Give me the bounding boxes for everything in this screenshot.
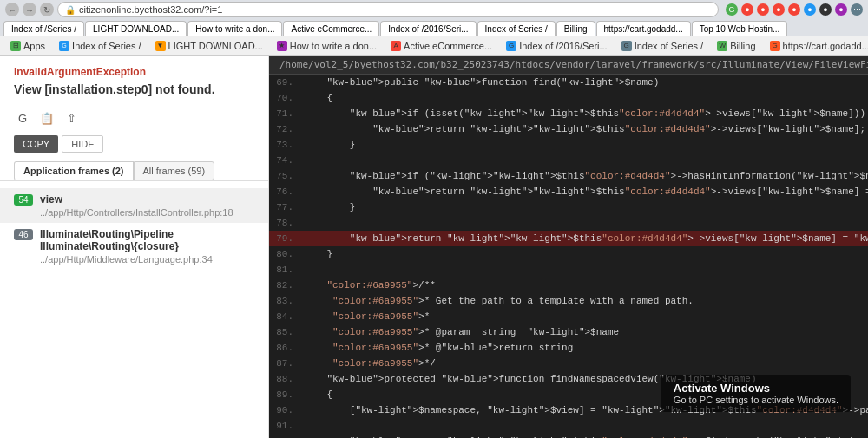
bookmark-4-label: Active eCommerce... [404,41,492,51]
ext-icon-7[interactable]: ● [819,3,832,16]
tab-2[interactable]: How to write a don... [187,21,282,36]
code-line: 82. "color:#6a9955">/** [269,278,868,293]
apps-icon: ⊞ [10,41,21,51]
frame-path-0: ../app/Http/Controllers/InstallControlle… [40,207,254,218]
code-line: 85. "color:#6a9955">* @param string "kw-… [269,324,868,340]
line-number: 85. [269,324,304,340]
bookmark-7[interactable]: W Billing [713,40,759,52]
frame-info-0: view ../app/Http/Controllers/InstallCont… [40,193,254,218]
google-icon[interactable]: G [14,109,31,127]
bookmark-6-label: Index of Series / [635,41,704,51]
bookmark-3-icon: ★ [277,41,287,51]
line-code [304,262,868,278]
frame-number-1: 46 [14,229,33,240]
ext-icon-3[interactable]: ● [757,3,769,16]
ext-icon-2[interactable]: ● [741,3,753,16]
frame-name-0: view [40,193,254,206]
main-content: InvalidArgumentException View [installat… [0,56,868,438]
tab-6-label: Billing [564,24,588,34]
line-code: "kw-blue">if ("kw-light">"kw-light">$thi… [304,168,868,184]
bookmark-2-label: LIGHT DOWNLOAD... [168,41,263,51]
code-line: 75. "kw-blue">if ("kw-light">"kw-light">… [269,168,868,184]
line-number: 70. [269,90,304,106]
frame-item-1[interactable]: 46 Illuminate\Routing\Pipeline Illuminat… [0,223,268,270]
tab-8-label: Top 10 Web Hostin... [700,24,780,34]
bookmark-7-icon: W [717,41,727,51]
code-line: 73. } [269,137,868,153]
tab-0[interactable]: Index of /Series / [3,21,84,36]
line-code: } [304,199,868,215]
bookmark-5-icon: G [506,41,516,51]
line-number: 84. [269,309,304,324]
line-code [304,215,868,231]
tab-5-label: Index of Series / [485,24,548,34]
tab-all-frames[interactable]: All frames (59) [134,161,215,180]
bookmark-5[interactable]: G Index of /2016/Seri... [503,40,611,52]
bookmark-apps-label: Apps [23,41,45,51]
line-code: "kw-blue">return "kw-light">"kw-light">$… [304,231,868,246]
tab-4[interactable]: Index of /2016/Seri... [380,21,476,36]
bookmark-6[interactable]: G Index of Series / [618,40,707,52]
bookmark-6-icon: G [621,41,632,51]
bookmark-4[interactable]: A Active eCommerce... [387,40,496,52]
url-bar[interactable]: 🔒 citizenonline.byethost32.com/?i=1 [57,2,719,17]
reload-button[interactable]: ↻ [40,3,54,16]
frames-tabs: Application frames (2) All frames (59) [0,156,268,181]
code-line: 87. "color:#6a9955">*/ [269,356,868,371]
tab-app-frames[interactable]: Application frames (2) [14,161,134,180]
bookmarks-bar: ⊞ Apps G Index of Series / ▼ LIGHT DOWNL… [0,36,868,56]
line-number: 90. [269,402,304,418]
line-number: 74. [269,153,304,168]
line-code: { [304,90,868,106]
bookmark-apps[interactable]: ⊞ Apps [7,40,49,52]
code-line: 90. ["kw-light">$namespace, "kw-light">$… [269,402,868,418]
ext-icon-9[interactable]: ⋯ [851,3,863,16]
bookmark-1[interactable]: G Index of Series / [56,40,145,52]
line-code: "color:#6a9955">* [304,309,868,324]
hide-button[interactable]: HIDE [62,135,103,153]
code-line: 86. "color:#6a9955">* @"kw-blue">return … [269,340,868,356]
frame-item-0[interactable]: 54 view ../app/Http/Controllers/InstallC… [0,188,268,223]
code-line: 70. { [269,90,868,106]
left-panel: InvalidArgumentException View [installat… [0,56,269,438]
forward-button[interactable]: → [23,3,36,16]
line-number: 75. [269,168,304,184]
ext-icon-5[interactable]: ● [788,3,800,16]
bookmark-5-label: Index of /2016/Seri... [519,41,608,51]
tab-8[interactable]: Top 10 Web Hostin... [692,21,788,36]
bookmark-2[interactable]: ▼ LIGHT DOWNLOAD... [152,40,266,52]
tab-7[interactable]: https://cart.godadd... [596,21,691,36]
tab-3[interactable]: Active eCommerce... [283,21,379,36]
ext-icon-6[interactable]: ● [804,3,816,16]
line-code: "kw-blue">protected "kw-blue">function f… [304,371,868,387]
exception-type: InvalidArgumentException [14,66,254,78]
ext-icon-1[interactable]: G [726,3,738,16]
tab-5[interactable]: Index of Series / [477,21,556,36]
right-panel: /home/vol2_5/byethost32.com/b32_25023743… [269,56,868,438]
line-code: "kw-blue">return "kw-light">"kw-light">$… [304,434,868,438]
frame-name-1: Illuminate\Routing\Pipeline Illuminate\R… [40,228,254,252]
code-area: 69. "kw-blue">public "kw-blue">function … [269,75,868,438]
ext-icon-4[interactable]: ● [773,3,785,16]
share-icon[interactable]: ⇧ [62,109,80,127]
tab-6[interactable]: Billing [556,21,595,36]
tab-2-label: How to write a don... [195,24,274,34]
tab-1[interactable]: LIGHT DOWNLOAD... [85,21,187,36]
copy-hide-buttons: COPY HIDE [0,132,268,156]
bookmark-3[interactable]: ★ How to write a don... [273,40,380,52]
line-code [304,153,868,168]
tab-3-label: Active eCommerce... [291,24,372,34]
code-line: 92. "kw-blue">return "kw-light">"kw-ligh… [269,434,868,438]
url-text: citizenonline.byethost32.com/?i=1 [79,4,222,15]
line-number: 83. [269,293,304,309]
copy-icon[interactable]: 📋 [38,109,56,127]
line-number: 79. [269,231,304,246]
code-line: 83. "color:#6a9955">* Get the path to a … [269,293,868,309]
bookmark-8[interactable]: G https://cart.godadd... [766,40,868,52]
lock-icon: 🔒 [65,5,76,15]
ext-icon-8[interactable]: ● [835,3,847,16]
bookmark-8-label: https://cart.godadd... [783,41,868,51]
copy-button[interactable]: COPY [14,135,58,153]
back-button[interactable]: ← [5,3,19,16]
frames-list: 54 view ../app/Http/Controllers/InstallC… [0,181,268,438]
